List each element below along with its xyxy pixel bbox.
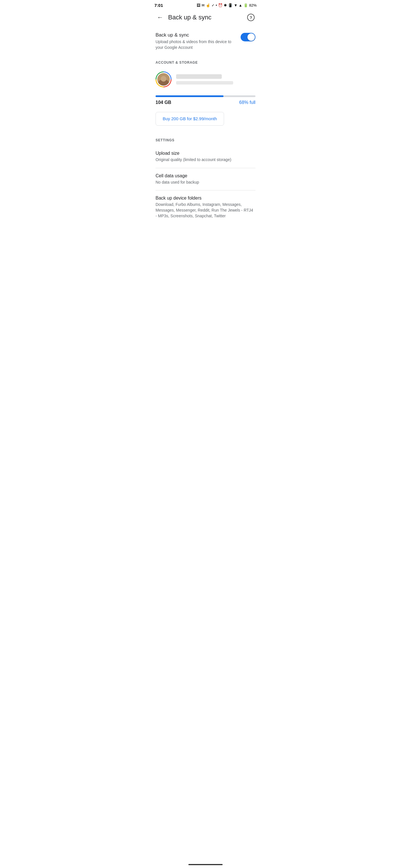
check-icon: ✓ [212, 3, 215, 7]
storage-bar-fill [156, 95, 223, 97]
battery-percent: 82% [249, 3, 257, 7]
back-arrow-icon: ← [157, 14, 163, 21]
status-icons: 🖼 ✉ ☝ ✓ • ⏰ ✱ 📳 ▼ ▲ 🔋 82% [197, 3, 257, 7]
account-info [176, 74, 255, 85]
buy-storage-label: Buy 200 GB for $2.99/month [163, 116, 217, 121]
main-content: Back up & sync Upload photos & videos fr… [150, 25, 261, 226]
storage-labels: 104 GB 68% full [156, 100, 255, 105]
storage-bar-track [156, 95, 255, 97]
buy-storage-button[interactable]: Buy 200 GB for $2.99/month [156, 112, 224, 126]
backup-toggle-switch[interactable] [241, 33, 255, 41]
device-folders-desc: Download, Furbo Albums, Instagram, Messa… [156, 202, 255, 219]
help-button[interactable]: ? [245, 12, 257, 23]
settings-header: SETTINGS [150, 132, 261, 146]
upload-size-title: Upload size [156, 151, 255, 156]
status-time: 7:01 [154, 3, 163, 8]
toggle-text-area: Back up & sync Upload photos & videos fr… [156, 32, 236, 50]
device-folders-item[interactable]: Back up device folders Download, Furbo A… [150, 190, 261, 224]
signal-icon: ▲ [239, 3, 242, 7]
account-row[interactable] [150, 68, 261, 91]
status-bar: 7:01 🖼 ✉ ☝ ✓ • ⏰ ✱ 📳 ▼ ▲ 🔋 82% [150, 0, 261, 9]
backup-toggle-section: Back up & sync Upload photos & videos fr… [150, 28, 261, 55]
google-ring-icon [156, 71, 171, 87]
battery-icon: 🔋 [244, 3, 248, 7]
upload-size-desc: Original quality (limited to account sto… [156, 157, 255, 163]
photo-icon: 🖼 [197, 3, 200, 7]
account-name-blurred [176, 74, 222, 79]
device-folders-title: Back up device folders [156, 195, 255, 201]
vibrate-icon: 📳 [228, 3, 232, 7]
storage-total: 104 GB [156, 100, 171, 105]
back-button[interactable]: ← [154, 12, 166, 23]
storage-percent: 68% full [239, 100, 255, 105]
cell-data-item[interactable]: Cell data usage No data used for backup [150, 168, 261, 190]
hand-icon: ☝ [206, 3, 210, 7]
avatar [157, 73, 170, 86]
toggle-thumb [248, 33, 255, 41]
help-circle-icon: ? [247, 14, 255, 21]
bluetooth-icon: ✱ [224, 3, 227, 7]
account-storage-header: ACCOUNT & STORAGE [150, 55, 261, 68]
account-email-blurred [176, 81, 233, 85]
toggle-description: Upload photos & videos from this device … [156, 39, 236, 50]
upload-size-item[interactable]: Upload size Original quality (limited to… [150, 146, 261, 168]
cell-data-desc: No data used for backup [156, 180, 255, 185]
app-bar: ← Back up & sync ? [150, 9, 261, 25]
storage-section: 104 GB 68% full [150, 91, 261, 107]
dot-icon: • [216, 3, 217, 7]
buy-button-container: Buy 200 GB for $2.99/month [150, 107, 261, 132]
cell-data-title: Cell data usage [156, 173, 255, 179]
wifi-icon: ▼ [234, 3, 238, 7]
help-question-mark: ? [249, 15, 252, 20]
alarm-icon: ⏰ [218, 3, 223, 7]
toggle-track [241, 33, 255, 41]
toggle-title: Back up & sync [156, 32, 236, 38]
avatar-container [156, 71, 171, 87]
app-bar-title: Back up & sync [168, 14, 245, 21]
mail-icon: ✉ [201, 3, 204, 7]
